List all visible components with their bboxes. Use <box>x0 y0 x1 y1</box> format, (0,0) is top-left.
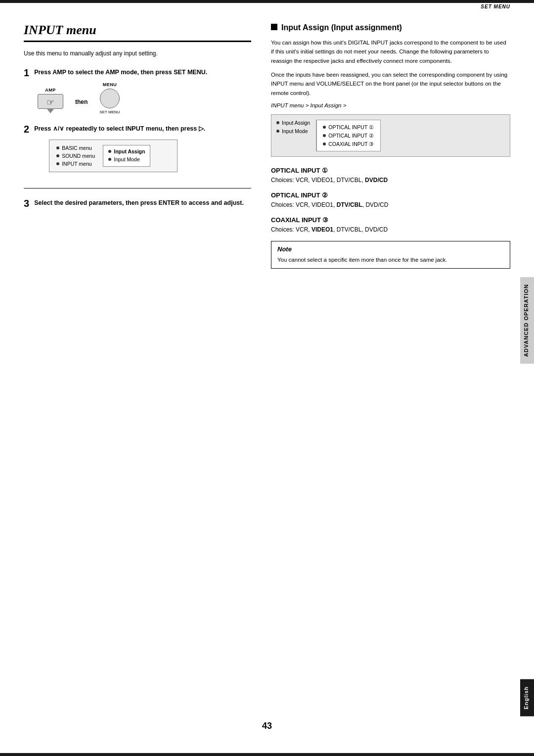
left-column: INPUT menu Use this menu to manually adj… <box>24 23 251 269</box>
step-1: 1 Press AMP to select the AMP mode, then… <box>24 68 251 114</box>
step-2-number: 2 <box>24 124 29 134</box>
section-body-1: You can assign how this unit's DIGITAL I… <box>271 38 510 65</box>
menu-diagram-inner: BASIC menu SOUND menu INPUT menu <box>56 145 170 167</box>
optical-input-1: OPTICAL INPUT ① Choices: VCR, VIDEO1, DT… <box>271 167 510 185</box>
step-1-text: Press AMP to select the AMP mode, then p… <box>34 68 251 77</box>
section-body-2: Once the inputs have been reassigned, yo… <box>271 70 510 97</box>
step-2-text: Press ∧/∨ repeatedly to select INPUT men… <box>34 124 251 134</box>
hand-icon: ☞ <box>46 97 54 108</box>
optical2-choices: Choices: VCR, VIDEO1, DTV/CBL, DVD/CD <box>271 200 510 209</box>
menu-col-right: Input Assign Input Mode <box>103 145 150 167</box>
menu-dot <box>56 154 59 157</box>
optical1-label: OPTICAL INPUT ① <box>271 167 328 174</box>
coaxial3-prefix: Choices: VCR, <box>271 226 312 233</box>
optical2-bold: DTV/CBL <box>337 201 362 208</box>
menu-device: MENU SET MENU <box>99 82 120 115</box>
menu-dot <box>56 146 59 149</box>
menu-item-assign: Input Assign <box>108 148 145 154</box>
intro-text: Use this menu to manually adjust any inp… <box>24 49 251 58</box>
menu-sub-label: SET MENU <box>99 110 120 115</box>
content-area: INPUT menu Use this menu to manually adj… <box>0 3 534 288</box>
menu-assign-label: Input Assign <box>114 148 145 154</box>
advanced-tab-label: ADVANCED OPERATION <box>523 284 529 357</box>
coaxial3-bold: VIDEO1 <box>312 226 333 233</box>
coaxial3-choices: Choices: VCR, VIDEO1, DTV/CBL, DVD/CD <box>271 225 510 234</box>
menu-diagram: BASIC menu SOUND menu INPUT menu <box>49 140 178 172</box>
optical-input-2-title: OPTICAL INPUT ② <box>271 191 510 199</box>
menu-item: SOUND menu <box>56 153 95 159</box>
amp-device: AMP ☞ <box>38 88 63 109</box>
right-column: Input Assign (Input assignment) You can … <box>271 23 510 269</box>
menu-item-basic: BASIC menu <box>62 145 92 151</box>
menu-col-left: BASIC menu SOUND menu INPUT menu <box>56 145 95 167</box>
assign-item-assign: Input Assign <box>276 120 310 126</box>
amp-top-label: AMP <box>45 88 56 93</box>
step-2: 2 Press ∧/∨ repeatedly to select INPUT m… <box>24 124 251 178</box>
optical1-choices-prefix: Choices: VCR, VIDEO1, DTV/CBL, <box>271 177 365 184</box>
input-path: INPUT menu > Input Assign > <box>271 102 510 108</box>
optical1-choices-bold: DVD/CD <box>365 177 388 184</box>
coaxial3-label: COAXIAL INPUT ③ <box>271 216 329 224</box>
menu-item-mode: Input Mode <box>108 156 145 162</box>
menu-dot <box>108 158 111 161</box>
page-number: 43 <box>262 721 272 731</box>
menu-circle-btn <box>100 89 120 108</box>
menu-item-sound: SOUND menu <box>62 153 95 159</box>
assign-coaxial-label: COAXIAL INPUT ③ <box>328 141 374 147</box>
optical-input-1-title: OPTICAL INPUT ① <box>271 167 510 174</box>
assign-dot <box>276 130 279 133</box>
menu-item: INPUT menu <box>56 161 95 167</box>
menu-item: BASIC menu <box>56 145 95 151</box>
note-text: You cannot select a specific item more t… <box>277 256 504 264</box>
input-assign-left: Input Assign Input Mode <box>276 120 316 151</box>
optical2-prefix: Choices: VCR, VIDEO1, <box>271 201 337 208</box>
h-divider <box>24 188 251 189</box>
bottom-bar <box>0 753 534 756</box>
amp-body: ☞ <box>38 94 63 109</box>
set-menu-label: SET MENU <box>481 4 510 9</box>
assign-dot <box>323 126 326 129</box>
menu-top-label: MENU <box>103 82 117 87</box>
assign-label-2: Input Mode <box>282 128 308 134</box>
assign-dot <box>323 134 326 137</box>
section-title: Input Assign (Input assignment) <box>271 23 510 33</box>
assign-item-optical1: OPTICAL INPUT ① <box>323 124 374 130</box>
step1-diagram: AMP ☞ then MENU SET MENU <box>38 82 251 115</box>
optical-input-2: OPTICAL INPUT ② Choices: VCR, VIDEO1, DT… <box>271 191 510 209</box>
then-label: then <box>75 98 88 105</box>
menu-dot <box>108 150 111 153</box>
coaxial-input-3: COAXIAL INPUT ③ Choices: VCR, VIDEO1, DT… <box>271 216 510 234</box>
coaxial-input-3-title: COAXIAL INPUT ③ <box>271 216 510 224</box>
optical2-suffix: , DVD/CD <box>362 201 389 208</box>
assign-label-1: Input Assign <box>282 120 310 126</box>
side-tab-english: English <box>520 679 534 716</box>
optical2-label: OPTICAL INPUT ② <box>271 191 328 199</box>
optical1-choices: Choices: VCR, VIDEO1, DTV/CBL, DVD/CD <box>271 176 510 185</box>
assign-optical2-label: OPTICAL INPUT ② <box>328 133 374 139</box>
assign-optical1-label: OPTICAL INPUT ① <box>328 124 374 130</box>
assign-item-mode: Input Mode <box>276 128 310 134</box>
input-assign-right: OPTICAL INPUT ① OPTICAL INPUT ② COAXIAL … <box>316 120 380 151</box>
page-title: INPUT menu <box>24 23 251 42</box>
english-tab-label: English <box>523 686 529 709</box>
menu-dot <box>56 162 59 165</box>
section-icon <box>271 24 277 30</box>
assign-dot <box>276 121 279 124</box>
page-container: SET MENU INPUT menu Use this menu to man… <box>0 0 534 756</box>
step-3-text: Select the desired parameters, then pres… <box>34 198 251 208</box>
coaxial3-suffix: , DTV/CBL, DVD/CD <box>333 226 388 233</box>
input-assign-box: Input Assign Input Mode OPTICAL INPUT ① … <box>271 114 510 157</box>
menu-item-input: INPUT menu <box>62 161 92 167</box>
note-title: Note <box>277 245 504 253</box>
assign-dot <box>323 142 326 145</box>
menu-mode-label: Input Mode <box>114 156 140 162</box>
step-3-number: 3 <box>24 198 29 208</box>
assign-item-optical2: OPTICAL INPUT ② <box>323 133 374 139</box>
assign-item-coaxial: COAXIAL INPUT ③ <box>323 141 374 147</box>
step-3: 3 Select the desired parameters, then pr… <box>24 198 251 208</box>
note-box: Note You cannot select a specific item m… <box>271 241 510 269</box>
step-1-number: 1 <box>24 68 29 78</box>
side-tab-advanced: ADVANCED OPERATION <box>520 277 534 364</box>
section-title-text: Input Assign (Input assignment) <box>281 23 402 33</box>
